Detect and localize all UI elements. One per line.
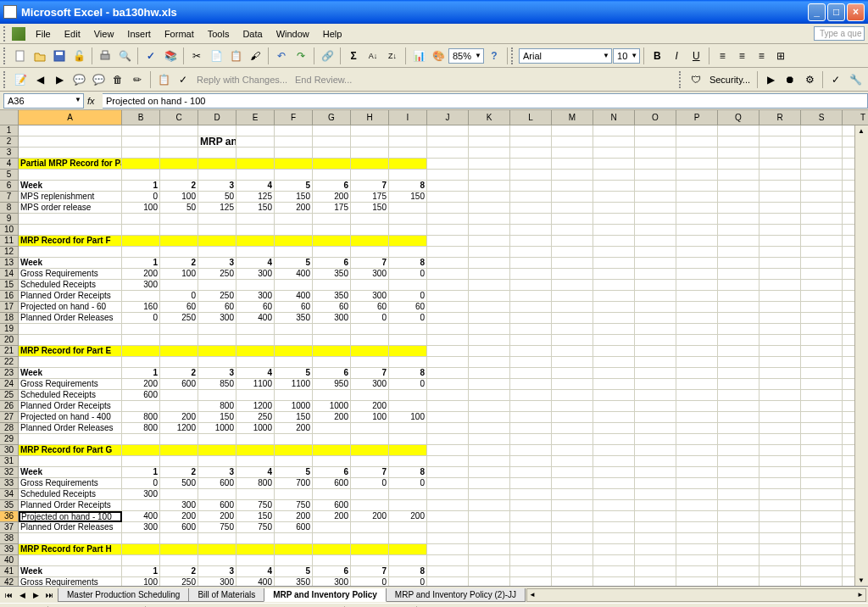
cell-O16[interactable]	[635, 291, 676, 302]
cell-G39[interactable]	[313, 544, 351, 555]
cell-F16[interactable]: 400	[275, 291, 313, 302]
cell-N26[interactable]	[593, 401, 635, 412]
cell-J30[interactable]	[427, 445, 469, 456]
cell-E12[interactable]	[236, 247, 275, 258]
cell-G10[interactable]	[313, 225, 351, 236]
row-header-13[interactable]: 13	[0, 258, 19, 269]
paste-button[interactable]: 📋	[226, 47, 245, 65]
cell-K31[interactable]	[469, 456, 510, 467]
tab-first-button[interactable]: ⏮	[2, 588, 15, 602]
cell-I10[interactable]	[389, 225, 427, 236]
cell-B24[interactable]: 200	[122, 379, 160, 390]
cell-Q23[interactable]	[718, 368, 760, 379]
cell-S42[interactable]	[801, 577, 843, 586]
cell-I1[interactable]	[389, 125, 427, 136]
cell-C25[interactable]	[160, 390, 198, 401]
cell-P18[interactable]	[676, 313, 718, 324]
cell-G27[interactable]: 200	[313, 412, 351, 423]
menu-edit[interactable]: Edit	[58, 26, 87, 42]
cell-N37[interactable]	[593, 522, 635, 533]
col-header-J[interactable]: J	[427, 110, 469, 125]
cell-N24[interactable]	[593, 379, 635, 390]
cell-D38[interactable]	[198, 533, 236, 544]
row-header-24[interactable]: 24	[0, 379, 19, 390]
cell-O21[interactable]	[635, 346, 676, 357]
cell-B11[interactable]	[122, 236, 160, 247]
cell-O8[interactable]	[635, 203, 676, 214]
cell-C9[interactable]	[160, 214, 198, 225]
cell-A26[interactable]: Planned Order Receipts	[19, 401, 122, 412]
cell-O13[interactable]	[635, 258, 676, 269]
cell-N3[interactable]	[593, 148, 635, 159]
cell-R42[interactable]	[760, 577, 801, 586]
cell-C12[interactable]	[160, 247, 198, 258]
cell-P33[interactable]	[676, 478, 718, 489]
cell-F23[interactable]: 5	[275, 368, 313, 379]
cell-Q39[interactable]	[718, 544, 760, 555]
cell-M30[interactable]	[552, 445, 593, 456]
cell-O38[interactable]	[635, 533, 676, 544]
cell-L38[interactable]	[510, 533, 552, 544]
cell-J21[interactable]	[427, 346, 469, 357]
cell-M27[interactable]	[552, 412, 593, 423]
cell-G20[interactable]	[313, 335, 351, 346]
cell-M41[interactable]	[552, 566, 593, 577]
formula-input[interactable]: Projected on hand - 100	[103, 93, 868, 109]
cell-F21[interactable]	[275, 346, 313, 357]
cell-L20[interactable]	[510, 335, 552, 346]
cell-H16[interactable]: 300	[351, 291, 389, 302]
cell-C42[interactable]: 250	[160, 577, 198, 586]
cell-M13[interactable]	[552, 258, 593, 269]
cell-K41[interactable]	[469, 566, 510, 577]
cell-B25[interactable]: 600	[122, 390, 160, 401]
cell-M6[interactable]	[552, 181, 593, 192]
cell-H14[interactable]: 300	[351, 269, 389, 280]
cell-R39[interactable]	[760, 544, 801, 555]
cell-M7[interactable]	[552, 192, 593, 203]
print-button[interactable]	[96, 47, 114, 65]
cell-B36[interactable]: 400	[122, 511, 160, 522]
cell-J4[interactable]	[427, 159, 469, 170]
cell-F13[interactable]: 5	[275, 258, 313, 269]
cell-A12[interactable]	[19, 247, 122, 258]
cell-R3[interactable]	[760, 148, 801, 159]
cell-O3[interactable]	[635, 148, 676, 159]
cell-K5[interactable]	[469, 170, 510, 181]
cell-Q1[interactable]	[718, 125, 760, 136]
cell-L21[interactable]	[510, 346, 552, 357]
cell-N29[interactable]	[593, 434, 635, 445]
col-header-N[interactable]: N	[593, 110, 635, 125]
cell-I42[interactable]: 0	[389, 577, 427, 586]
cell-E35[interactable]: 750	[236, 500, 275, 511]
row-header-20[interactable]: 20	[0, 335, 19, 346]
cell-Q36[interactable]	[718, 511, 760, 522]
cell-F15[interactable]	[275, 280, 313, 291]
show-ink-button[interactable]: ✏	[128, 70, 147, 89]
cell-I6[interactable]: 8	[389, 181, 427, 192]
cell-K6[interactable]	[469, 181, 510, 192]
cell-K30[interactable]	[469, 445, 510, 456]
cell-O11[interactable]	[635, 236, 676, 247]
cell-I31[interactable]	[389, 456, 427, 467]
cell-L19[interactable]	[510, 324, 552, 335]
cell-B38[interactable]	[122, 533, 160, 544]
cell-H38[interactable]	[351, 533, 389, 544]
cell-M2[interactable]	[552, 136, 593, 148]
cell-S21[interactable]	[801, 346, 843, 357]
cell-M12[interactable]	[552, 247, 593, 258]
cell-L41[interactable]	[510, 566, 552, 577]
cell-L3[interactable]	[510, 148, 552, 159]
cell-C1[interactable]	[160, 125, 198, 136]
col-header-T[interactable]: T	[843, 110, 868, 125]
cell-S28[interactable]	[801, 423, 843, 434]
cell-M42[interactable]	[552, 577, 593, 586]
italic-button[interactable]: I	[667, 47, 686, 65]
cell-K32[interactable]	[469, 467, 510, 478]
cell-C34[interactable]	[160, 489, 198, 500]
cell-G12[interactable]	[313, 247, 351, 258]
row-header-17[interactable]: 17	[0, 302, 19, 313]
cell-C22[interactable]	[160, 357, 198, 368]
help-button[interactable]: ?	[485, 47, 504, 65]
cell-D15[interactable]	[198, 280, 236, 291]
cell-N19[interactable]	[593, 324, 635, 335]
